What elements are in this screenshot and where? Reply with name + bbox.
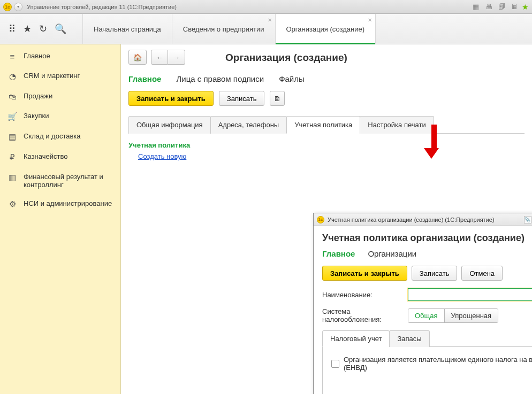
sidebar-item-purchases[interactable]: 🛒Закупки — [0, 106, 120, 127]
sidebar-item-main[interactable]: ≡Главное — [0, 47, 120, 66]
sidebar-item-label: Закупки — [24, 112, 49, 120]
modal-tab-tax[interactable]: Налоговый учет — [322, 330, 390, 347]
sidebar-item-label: НСИ и администрирование — [24, 199, 112, 207]
subnav-files[interactable]: Файлы — [279, 74, 305, 83]
envd-checkbox-label: Организация является плательщиком единог… — [344, 356, 532, 372]
sidebar-item-label: Казначейство — [24, 152, 67, 160]
app-titlebar: 1c ▾ Управление торговлей, редакция 11 (… — [0, 0, 532, 14]
tab-accounting-policy[interactable]: Учетная политика — [286, 116, 360, 134]
app-logo-icon: 1c — [3, 3, 12, 11]
inner-tabs: Общая информация Адреса, телефоны Учетна… — [128, 115, 525, 134]
back-button[interactable]: ← — [151, 50, 168, 65]
tax-toggle: Общая Упрощенная — [408, 308, 498, 323]
sidebar-item-label: Продажи — [24, 92, 52, 100]
bag-icon: 🛍 — [7, 92, 17, 101]
modal-tab-stock[interactable]: Запасы — [389, 330, 429, 347]
cart-icon: 🛒 — [7, 112, 17, 121]
modal-inner-tabs: Налоговый учет Запасы — [322, 330, 532, 347]
menu-icon: ≡ — [7, 52, 17, 61]
modal-accounting-policy: 1c Учетная политика организации (создани… — [313, 213, 532, 394]
subnav-main[interactable]: Главное — [128, 74, 161, 83]
sidebar-item-label: Главное — [24, 52, 50, 60]
titlebar-tool-icon[interactable]: 🗐 — [498, 3, 507, 11]
modal-cancel-button[interactable]: Отмена — [461, 266, 503, 281]
sidebar-item-admin[interactable]: ⚙НСИ и администрирование — [0, 194, 120, 214]
sidebar: ≡Главное ◔CRM и маркетинг 🛍Продажи 🛒Заку… — [0, 44, 121, 394]
main-toolbar: ⠿ ★ ↻ 🔍 Начальная страница Сведения о пр… — [0, 14, 532, 44]
titlebar-tool-icon[interactable]: ▦ — [473, 3, 481, 11]
titlebar-tool-icon[interactable]: 🖶 — [485, 3, 494, 11]
apps-icon[interactable]: ⠿ — [9, 23, 16, 35]
tab-addresses[interactable]: Адреса, телефоны — [210, 116, 287, 134]
barchart-icon: ▥ — [7, 173, 17, 182]
envd-checkbox[interactable] — [331, 360, 339, 368]
sidebar-item-treasury[interactable]: ₽Казначейство — [0, 147, 120, 167]
favorite-icon[interactable]: ★ — [522, 3, 529, 11]
modal-tab-panel: Организация является плательщиком единог… — [322, 347, 532, 394]
row-tax-system: Система налогообложения: Общая Упрощенна… — [322, 307, 532, 323]
gear-icon: ⚙ — [7, 199, 17, 209]
star-icon[interactable]: ★ — [23, 23, 32, 35]
tab-general-info[interactable]: Общая информация — [128, 116, 211, 134]
modal-title-text: Учетная политика организации (создание) … — [328, 217, 495, 223]
modal-actions: Записать и закрыть Записать Отмена Еще ? — [322, 266, 532, 281]
envd-checkbox-row: Организация является плательщиком единог… — [331, 356, 532, 372]
sidebar-item-label: CRM и маркетинг — [24, 72, 80, 80]
app-title: Управление торговлей, редакция 11 (1С:Пр… — [27, 4, 177, 10]
modal-subnav-orgs[interactable]: Организации — [368, 249, 416, 258]
titlebar-tool-icon[interactable]: 🖩 — [511, 3, 520, 11]
boxes-icon: ▤ — [7, 132, 17, 142]
actions-bar: Записать и закрыть Записать 🗎 — [128, 91, 525, 106]
tab-label: Начальная страница — [94, 25, 161, 33]
search-icon[interactable]: 🔍 — [55, 23, 66, 35]
ruble-icon: ₽ — [7, 152, 17, 162]
modal-subnav-main[interactable]: Главное — [322, 249, 355, 258]
sidebar-item-finresult[interactable]: ▥Финансовый результат и контроллинг — [0, 167, 120, 194]
close-icon[interactable]: ✕ — [368, 17, 372, 23]
home-button[interactable]: 🏠 — [128, 50, 147, 65]
content-area: 🏠 ← → Организация (создание) Главное Лиц… — [121, 44, 532, 394]
page-title: Организация (создание) — [225, 52, 347, 64]
tab-start-page[interactable]: Начальная страница — [83, 14, 172, 44]
sidebar-item-warehouse[interactable]: ▤Склад и доставка — [0, 127, 120, 147]
export-icon-button[interactable]: 🗎 — [270, 91, 285, 106]
save-close-button[interactable]: Записать и закрыть — [128, 91, 214, 106]
subnav-signers[interactable]: Лица с правом подписи — [176, 74, 264, 83]
toolbar-leading: ⠿ ★ ↻ 🔍 — [0, 14, 83, 44]
tab-organization-create[interactable]: Организация (создание) ✕ — [276, 14, 376, 44]
attach-icon[interactable]: 📎 — [524, 216, 531, 223]
row-name: Наименование: — [322, 288, 532, 301]
sidebar-item-label: Финансовый результат и контроллинг — [24, 173, 113, 189]
subnav: Главное Лица с правом подписи Файлы — [128, 74, 525, 83]
name-input[interactable] — [408, 288, 532, 301]
modal-titlebar: 1c Учетная политика организации (создани… — [314, 213, 532, 226]
tab-label: Сведения о предприятии — [183, 25, 264, 33]
create-new-link[interactable]: Создать новую — [138, 152, 186, 160]
name-label: Наименование: — [322, 291, 402, 299]
sidebar-item-label: Склад и доставка — [24, 132, 81, 140]
close-icon[interactable]: ✕ — [268, 17, 272, 23]
save-button[interactable]: Записать — [219, 91, 265, 106]
app-logo-icon: 1c — [317, 216, 324, 223]
forward-button[interactable]: → — [168, 50, 185, 65]
tax-opt-simplified[interactable]: Упрощенная — [445, 309, 498, 322]
modal-subnav: Главное Организации — [322, 249, 532, 258]
tax-opt-general[interactable]: Общая — [408, 309, 445, 322]
tax-label: Система налогообложения: — [322, 307, 402, 323]
piechart-icon: ◔ — [7, 72, 17, 81]
tab-label: Организация (создание) — [286, 25, 365, 33]
section-title: Учетная политика — [128, 141, 525, 149]
modal-save-button[interactable]: Записать — [412, 266, 458, 281]
modal-save-close-button[interactable]: Записать и закрыть — [322, 266, 407, 281]
modal-heading: Учетная политика организации (создание) — [322, 233, 532, 244]
tab-company-info[interactable]: Сведения о предприятии ✕ — [172, 14, 276, 44]
history-icon[interactable]: ↻ — [39, 23, 47, 35]
dropdown-icon[interactable]: ▾ — [14, 3, 22, 11]
tab-print-settings[interactable]: Настройка печати — [360, 116, 434, 134]
sidebar-item-sales[interactable]: 🛍Продажи — [0, 87, 120, 106]
sidebar-item-crm[interactable]: ◔CRM и маркетинг — [0, 66, 120, 87]
